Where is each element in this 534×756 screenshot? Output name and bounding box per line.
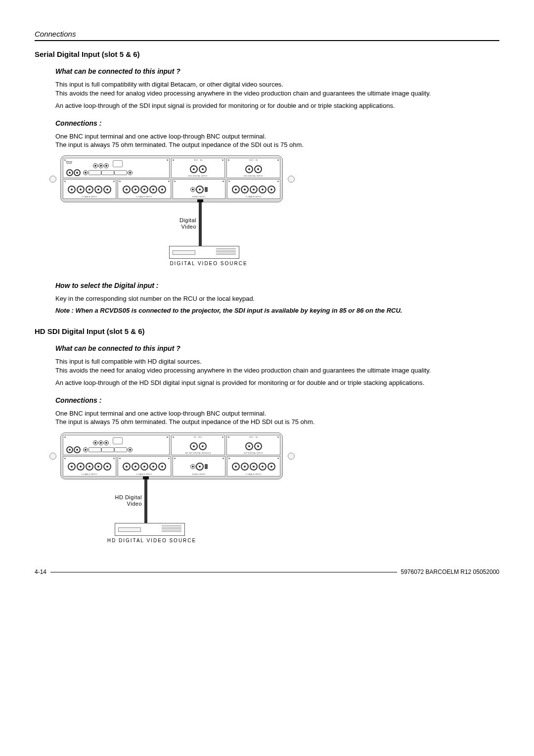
footer-page-number: 4-14 [35, 568, 46, 575]
screw-icon [49, 453, 56, 460]
panel-slot: 5 CABLE INPUT [227, 456, 280, 476]
panel-slot: VIDEO INPUT [173, 456, 226, 476]
section1-title: Serial Digital Input (slot 5 & 6) [35, 50, 499, 58]
rear-panel: IN OUT HD SDI DIGITAL MODULE OUT IN SDI … [60, 432, 283, 479]
panel-slot: 5 CABLE INPUT [227, 179, 280, 199]
section1-p1: This input is full compatibility with di… [55, 80, 499, 97]
section2-p3: An active loop-through of the HD SDI dig… [55, 378, 499, 387]
panel-slot: VIDEO INPUT [173, 179, 226, 199]
cable-label: HD Digital Video [115, 494, 142, 507]
section1-sub1: What can be connected to this input ? [55, 67, 499, 75]
diagram-sdi: RemoteControl [55, 155, 499, 272]
section2-title: HD SDI Digital Input (slot 5 & 6) [35, 327, 499, 335]
diagram-hdsdi: IN OUT HD SDI DIGITAL MODULE OUT IN SDI … [55, 432, 499, 549]
section1-sub2: Connections : [55, 119, 499, 127]
panel-slot-sdi: OUT IN SDI DIGITAL INPUT [226, 158, 280, 178]
screw-icon [288, 176, 295, 183]
source-caption: HD DIGITAL VIDEO SOURCE [102, 538, 201, 543]
panel-slot: 5 CABLE INPUT [63, 456, 116, 476]
cable-icon [199, 201, 202, 246]
panel-slot: 5 CABLE INPUT [118, 456, 171, 476]
panel-slot: 5 CABLE INPUT [63, 179, 116, 199]
screw-icon [49, 176, 56, 183]
section2-sub2: Connections : [55, 396, 499, 404]
source-box-icon [169, 246, 239, 259]
cable-diagram: HD Digital Video HD DIGITAL VIDEO SOURCE [55, 479, 278, 549]
footer-rule [50, 572, 397, 572]
section2-sub1: What can be connected to this input ? [55, 344, 499, 352]
header-rule [35, 40, 499, 41]
cable-label: Digital Video [169, 217, 196, 230]
section1-p45: One BNC input terminal and one active lo… [55, 132, 499, 149]
section1-p6: Key in the corresponding slot number on … [55, 294, 499, 303]
panel-slot [63, 435, 170, 455]
section1-note: Note : When a RCVDS05 is connected to th… [55, 307, 499, 314]
rear-panel: RemoteControl [60, 155, 283, 202]
section1-p3: An active loop-through of the SDI input … [55, 101, 499, 110]
screw-icon [288, 453, 295, 460]
panel-slot: 5 CABLE INPUT [118, 179, 171, 199]
source-caption: DIGITAL VIDEO SOURCE [159, 261, 258, 266]
section1-sub3: How to select the Digital input : [55, 282, 499, 289]
panel-slot-sdi: OUT IN SDI DIGITAL INPUT [171, 158, 225, 178]
page-footer: 4-14 5976072 BARCOELM R12 05052000 [35, 568, 499, 575]
panel-slot-sdi: OUT IN SDI DIGITAL INPUT [226, 435, 280, 455]
page-header-title: Connections [35, 30, 499, 38]
cable-icon [144, 478, 147, 523]
section2-p45: One BNC input terminal and one active lo… [55, 409, 499, 426]
panel-slot-hdsdi: IN OUT HD SDI DIGITAL MODULE [171, 435, 225, 455]
section2-p12: This input is full compatible with HD di… [55, 357, 499, 375]
footer-doc-id: 5976072 BARCOELM R12 05052000 [401, 568, 499, 575]
source-box-icon [115, 523, 185, 536]
cable-diagram: Digital Video DIGITAL VIDEO SOURCE [55, 202, 278, 272]
panel-slot: RemoteControl [63, 158, 170, 178]
